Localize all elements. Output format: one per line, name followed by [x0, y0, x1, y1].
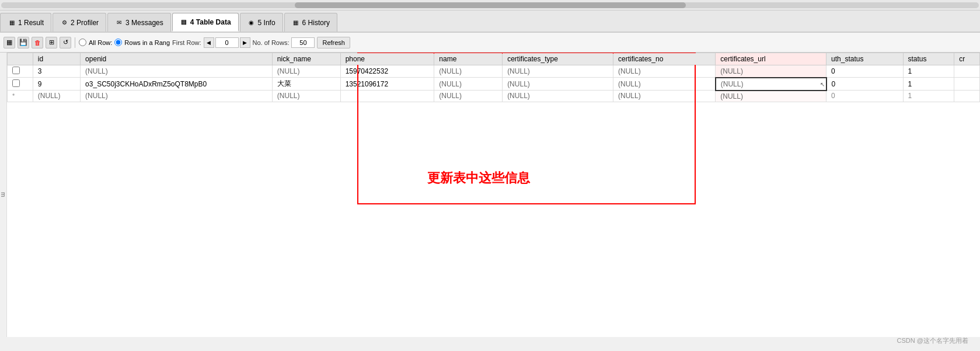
tab-messages-label: 3 Messages — [125, 19, 163, 27]
toolbar-btn-delete[interactable]: 🗑 — [32, 37, 43, 48]
toolbar-btn-refresh-small[interactable]: ↺ — [60, 37, 71, 48]
tab-tabledata-label: 4 Table Data — [190, 18, 231, 26]
horizontal-scrollbar[interactable] — [0, 0, 980, 11]
no-of-rows-label: No. of Rows: — [253, 39, 290, 46]
col-header-nickname[interactable]: nick_name — [272, 53, 340, 65]
cell-status: 1 — [903, 78, 954, 91]
col-header-cert-url[interactable]: certificates_url — [716, 53, 826, 65]
cell-cert-no: (NULL) — [613, 91, 715, 102]
all-rows-radio[interactable] — [79, 39, 86, 46]
table-row: 3 (NULL) (NULL) 15970422532 (NULL) (NULL… — [8, 65, 980, 78]
cell-name: (NULL) — [434, 65, 503, 78]
rows-count-input[interactable] — [291, 37, 315, 48]
cell-phone — [340, 91, 434, 102]
table-container[interactable]: id openid nick_name phone name certifica… — [7, 53, 980, 337]
col-header-status[interactable]: status — [903, 53, 954, 65]
cell-name: (NULL) — [434, 78, 503, 91]
first-row-label: First Row: — [172, 39, 201, 46]
tabs-bar: ▦ 1 Result ⚙ 2 Profiler ✉ 3 Messages ▤ 4… — [0, 11, 980, 33]
all-rows-label: All Row: — [89, 39, 112, 46]
cell-cr — [954, 91, 980, 102]
toolbar: ▦ 💾 🗑 ⊞ ↺ All Row: Rows in a Rang First … — [0, 33, 980, 53]
cell-status: 1 — [903, 65, 954, 78]
tabledata-icon: ▤ — [180, 18, 188, 26]
cell-auth-status: 0 — [826, 91, 903, 102]
row-checkbox-cell[interactable] — [8, 65, 33, 78]
cell-phone: 15970422532 — [340, 65, 434, 78]
cell-id: (NULL) — [33, 91, 80, 102]
rows-in-range-radio[interactable] — [114, 39, 122, 46]
page-input[interactable] — [215, 37, 239, 48]
cell-cert-no: (NULL) — [613, 78, 715, 91]
next-btn[interactable]: ▶ — [240, 37, 250, 48]
tab-info-label: 5 Info — [258, 19, 275, 27]
row-checkbox-cell[interactable] — [8, 78, 33, 91]
tab-messages[interactable]: ✉ 3 Messages — [107, 13, 171, 32]
toolbar-btn-save[interactable]: 💾 — [18, 37, 29, 48]
cell-status: 1 — [903, 91, 954, 102]
cell-phone: 13521096172 — [340, 78, 434, 91]
col-header-auth-status[interactable]: uth_status — [826, 53, 903, 65]
col-header-id[interactable]: id — [33, 53, 80, 65]
profiler-icon: ⚙ — [60, 19, 68, 27]
col-header-cr[interactable]: cr — [954, 53, 980, 65]
col-header-phone[interactable]: phone — [340, 53, 434, 65]
left-margin: m — [0, 53, 7, 337]
footer: CSDN @这个名字先用着 — [897, 336, 968, 337]
table-body: 3 (NULL) (NULL) 15970422532 (NULL) (NULL… — [8, 65, 980, 102]
tab-info[interactable]: ◉ 5 Info — [240, 13, 283, 32]
data-table: id openid nick_name phone name certifica… — [7, 53, 980, 102]
cell-cr — [954, 78, 980, 91]
cell-cert-no: (NULL) — [613, 65, 715, 78]
annotation-label: 更新表中这些信息 — [427, 169, 530, 187]
refresh-button[interactable]: Refresh — [317, 37, 350, 48]
tab-profiler[interactable]: ⚙ 2 Profiler — [53, 13, 106, 32]
cell-nickname: 大菜 — [272, 78, 340, 91]
result-icon: ▦ — [8, 19, 16, 27]
cell-id: 3 — [33, 65, 80, 78]
history-icon: ▦ — [292, 19, 300, 27]
row-mode-group: All Row: Rows in a Rang — [79, 39, 170, 46]
cell-openid: o3_SC50j3CKHoADxRmZ5oQT8MpB0 — [81, 78, 273, 91]
cell-nickname: (NULL) — [272, 65, 340, 78]
cell-cert-url: (NULL) — [716, 65, 826, 78]
table-header: id openid nick_name phone name certifica… — [8, 53, 980, 65]
toolbar-btn-1[interactable]: ▦ — [4, 37, 15, 48]
cell-cert-url cell-editing[interactable]: (NULL) ↖ — [716, 78, 826, 91]
col-header-openid[interactable]: openid — [81, 53, 273, 65]
col-header-cert-no[interactable]: certificates_no — [613, 53, 715, 65]
tab-tabledata[interactable]: ▤ 4 Table Data — [172, 13, 239, 32]
table-row new-row: * (NULL) (NULL) (NULL) (NULL) (NULL) (NU… — [8, 91, 980, 102]
messages-icon: ✉ — [115, 19, 123, 27]
cell-nickname: (NULL) — [272, 91, 340, 102]
cell-openid: (NULL) — [81, 65, 273, 78]
prev-btn[interactable]: ◀ — [204, 37, 214, 48]
col-header-cert-type[interactable]: certificates_type — [503, 53, 613, 65]
tab-history[interactable]: ▦ 6 History — [284, 13, 337, 32]
rows-in-range-label: Rows in a Rang — [124, 39, 170, 46]
scrollbar-track[interactable] — [1, 2, 979, 8]
cell-cr — [954, 65, 980, 78]
table-row: 9 o3_SC50j3CKHoADxRmZ5oQT8MpB0 大菜 135210… — [8, 78, 980, 91]
cell-cert-url: (NULL) — [716, 91, 826, 102]
tab-profiler-label: 2 Profiler — [71, 19, 99, 27]
tab-history-label: 6 History — [302, 19, 330, 27]
col-header-name[interactable]: name — [434, 53, 503, 65]
info-icon: ◉ — [247, 19, 256, 27]
cell-cert-type: (NULL) — [503, 78, 613, 91]
cell-cert-type: (NULL) — [503, 65, 613, 78]
cell-id: 9 — [33, 78, 80, 91]
row-checkbox[interactable] — [12, 67, 20, 74]
tab-result-label: 1 Result — [18, 19, 44, 27]
row-star-cell: * — [8, 91, 33, 102]
tab-result[interactable]: ▦ 1 Result — [0, 13, 51, 32]
cell-cert-type: (NULL) — [503, 91, 613, 102]
toolbar-separator-1 — [75, 37, 75, 48]
toolbar-btn-filter[interactable]: ⊞ — [46, 37, 57, 48]
pagination-nav: ◀ ▶ — [204, 37, 250, 48]
scrollbar-thumb[interactable] — [295, 2, 686, 8]
main-area: m id openid nick_name phone name certifi… — [0, 53, 980, 337]
cell-name: (NULL) — [434, 91, 503, 102]
row-checkbox[interactable] — [12, 79, 20, 87]
cell-auth-status: 0 — [826, 65, 903, 78]
